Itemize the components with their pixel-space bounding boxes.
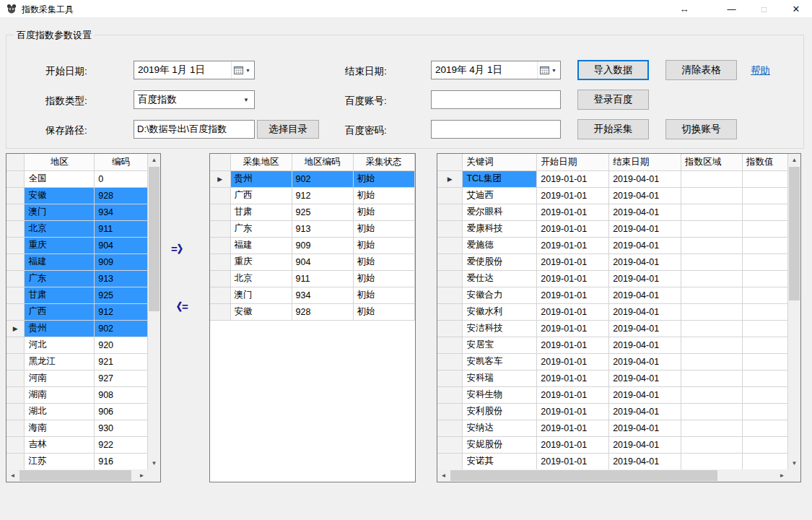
cell[interactable]: 902: [95, 320, 148, 337]
cell[interactable]: 爱使股份: [463, 254, 537, 270]
current-row-marker[interactable]: ▶: [437, 170, 463, 187]
scroll-up-button[interactable]: ▲: [788, 154, 800, 166]
cell[interactable]: [681, 303, 743, 320]
column-header[interactable]: 指数区域: [681, 154, 743, 170]
cell[interactable]: 925: [292, 204, 353, 220]
row-header[interactable]: [437, 287, 463, 303]
row-header[interactable]: [437, 220, 463, 237]
cell[interactable]: 北京: [230, 270, 292, 287]
cell[interactable]: 904: [292, 254, 353, 270]
cell[interactable]: 934: [95, 204, 148, 220]
row-header[interactable]: [210, 220, 230, 237]
row-header[interactable]: [210, 287, 230, 303]
vertical-scrollbar[interactable]: ▲ ▼: [788, 154, 800, 469]
row-header[interactable]: [210, 303, 230, 320]
row-header[interactable]: [6, 370, 25, 386]
cell[interactable]: 初始: [353, 270, 414, 287]
row-header[interactable]: [437, 237, 463, 254]
grid-corner-cell[interactable]: [437, 154, 463, 170]
cell[interactable]: 湖北: [25, 403, 95, 420]
cell[interactable]: 922: [95, 436, 148, 453]
row-header[interactable]: [437, 436, 463, 453]
grid-corner-cell[interactable]: [6, 154, 25, 170]
resize-icon[interactable]: ↔: [671, 0, 697, 18]
cell[interactable]: 贵州: [230, 170, 292, 187]
column-header[interactable]: 地区编码: [292, 154, 353, 170]
cell[interactable]: 重庆: [25, 237, 95, 254]
cell[interactable]: 928: [292, 303, 353, 320]
row-header[interactable]: [6, 170, 25, 187]
chevron-down-icon[interactable]: ▼: [238, 97, 254, 103]
vertical-scrollbar[interactable]: ▲ ▼: [148, 154, 160, 469]
move-right-button[interactable]: =》: [171, 243, 188, 256]
cell[interactable]: [681, 337, 743, 353]
cell[interactable]: 黑龙江: [25, 353, 95, 370]
cell[interactable]: 初始: [353, 220, 414, 237]
cell[interactable]: [681, 287, 743, 303]
scroll-right-button[interactable]: ►: [776, 469, 788, 482]
cell[interactable]: 2019-04-01: [609, 187, 681, 204]
cell[interactable]: 2019-04-01: [609, 420, 681, 436]
cell[interactable]: 广东: [230, 220, 292, 237]
row-header[interactable]: [6, 220, 25, 237]
cell[interactable]: 928: [95, 187, 148, 204]
cell[interactable]: 2019-01-01: [537, 453, 609, 469]
cell[interactable]: 2019-01-01: [537, 303, 609, 320]
cell[interactable]: 2019-04-01: [609, 453, 681, 469]
cell[interactable]: 912: [95, 303, 148, 320]
column-header[interactable]: 关键词: [463, 154, 537, 170]
cell[interactable]: 澳门: [230, 287, 292, 303]
cell[interactable]: [743, 254, 788, 270]
cell[interactable]: 2019-01-01: [537, 204, 609, 220]
cell[interactable]: 甘肃: [230, 204, 292, 220]
cell[interactable]: [743, 320, 788, 337]
cell[interactable]: 初始: [353, 187, 414, 204]
cell[interactable]: [681, 237, 743, 254]
row-header[interactable]: [6, 453, 25, 469]
cell[interactable]: 0: [95, 170, 148, 187]
scroll-left-button[interactable]: ◄: [437, 469, 450, 482]
cell[interactable]: 909: [95, 254, 148, 270]
cell[interactable]: [681, 187, 743, 204]
cell[interactable]: 2019-01-01: [537, 337, 609, 353]
row-header[interactable]: [437, 303, 463, 320]
cell[interactable]: [743, 420, 788, 436]
cell[interactable]: 安科瑞: [463, 370, 537, 386]
end-date-dropdown-button[interactable]: ▼: [537, 61, 560, 79]
cell[interactable]: [743, 436, 788, 453]
cell[interactable]: 908: [95, 386, 148, 403]
row-header[interactable]: [437, 187, 463, 204]
maximize-button[interactable]: □: [748, 0, 780, 18]
cell[interactable]: 913: [95, 270, 148, 287]
cell[interactable]: [743, 453, 788, 469]
start-collect-button[interactable]: 开始采集: [577, 119, 649, 139]
cell[interactable]: 安徽: [25, 187, 95, 204]
cell[interactable]: 艾迪西: [463, 187, 537, 204]
cell[interactable]: 2019-04-01: [609, 220, 681, 237]
cell[interactable]: 安徽合力: [463, 287, 537, 303]
cell[interactable]: 河北: [25, 337, 95, 353]
row-header[interactable]: [6, 386, 25, 403]
row-header[interactable]: [437, 204, 463, 220]
switch-account-button[interactable]: 切换账号: [665, 119, 737, 139]
cell[interactable]: 912: [292, 187, 353, 204]
column-header[interactable]: 采集地区: [230, 154, 292, 170]
row-header[interactable]: [6, 353, 25, 370]
cell[interactable]: 2019-04-01: [609, 287, 681, 303]
row-header[interactable]: [6, 403, 25, 420]
cell[interactable]: 初始: [353, 287, 414, 303]
column-header[interactable]: 编码: [95, 154, 148, 170]
cell[interactable]: [681, 353, 743, 370]
row-header[interactable]: [210, 187, 230, 204]
cell[interactable]: 爱施德: [463, 237, 537, 254]
cell[interactable]: 安徽水利: [463, 303, 537, 320]
scroll-right-button[interactable]: ►: [136, 469, 148, 482]
cell[interactable]: 2019-04-01: [609, 204, 681, 220]
cell[interactable]: 安利股份: [463, 403, 537, 420]
cell[interactable]: [743, 287, 788, 303]
cell[interactable]: [743, 170, 788, 187]
row-header[interactable]: [6, 204, 25, 220]
cell[interactable]: 2019-01-01: [537, 420, 609, 436]
row-header[interactable]: [210, 237, 230, 254]
cell[interactable]: [743, 303, 788, 320]
